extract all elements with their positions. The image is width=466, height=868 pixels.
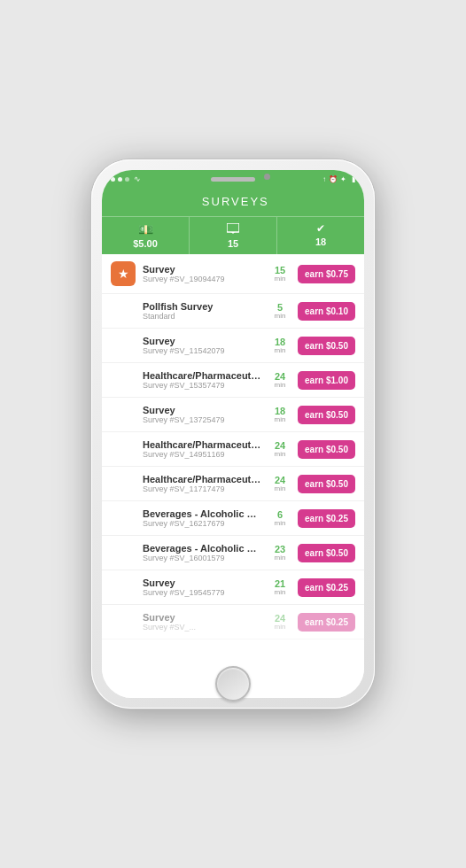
signal-dot-3 — [125, 177, 129, 182]
survey-info: Survey Survey #SV_19545779 — [143, 577, 262, 597]
minutes-label: min — [269, 347, 291, 354]
earn-button[interactable]: earn $0.25 — [298, 509, 355, 528]
survey-info: Beverages - Alcoholic Survey Survey #SV_… — [143, 543, 262, 562]
earn-button[interactable]: earn $0.75 — [298, 265, 355, 283]
survey-minutes: 18 min — [269, 337, 291, 354]
minutes-label: min — [269, 382, 291, 389]
survey-info: Survey Survey #SV_11542079 — [143, 336, 262, 355]
survey-item: Survey Survey #SV_13725479 18 min earn $… — [102, 398, 364, 432]
minutes-value: 15 — [269, 266, 291, 275]
home-button[interactable] — [215, 666, 251, 701]
earn-button[interactable]: earn $1.00 — [298, 371, 355, 390]
minutes-label: min — [269, 624, 291, 631]
minutes-label: min — [269, 451, 291, 458]
survey-title: Healthcare/Pharmaceuticals Survey — [143, 439, 262, 450]
svg-marker-1 — [231, 232, 235, 234]
survey-id: Survey #SV_11542079 — [143, 346, 262, 355]
survey-minutes: 5 min — [269, 303, 291, 320]
minutes-label: min — [269, 520, 291, 527]
survey-item: Beverages - Alcoholic Survey Survey #SV_… — [102, 536, 364, 570]
survey-title: Healthcare/Pharmaceuticals Survey — [143, 370, 262, 381]
minutes-label: min — [269, 589, 291, 596]
minutes-value: 5 — [269, 303, 291, 313]
bluetooth-icon: ✦ — [340, 175, 346, 183]
survey-id: Survey #SV_14951169 — [143, 450, 262, 459]
surveys-icon — [227, 222, 239, 236]
minutes-value: 24 — [269, 372, 291, 382]
alarm-icon: ⏰ — [329, 175, 338, 183]
survey-title: Survey — [143, 264, 262, 275]
survey-item: Beverages - Alcoholic Survey Survey #SV_… — [102, 501, 364, 536]
survey-title: Beverages - Alcoholic Survey — [143, 508, 262, 519]
minutes-value: 21 — [269, 579, 291, 589]
survey-info: Beverages - Alcoholic Survey Survey #SV_… — [143, 508, 262, 528]
minutes-value: 23 — [269, 545, 291, 554]
signal-dot-2 — [118, 177, 122, 182]
survey-id: Survey #SV_15357479 — [143, 381, 262, 390]
survey-title: Beverages - Alcoholic Survey — [143, 543, 262, 554]
survey-item: Healthcare/Pharmaceuticals Survey Survey… — [102, 363, 364, 398]
survey-item: Healthcare/Pharmaceuticals Survey Survey… — [102, 467, 364, 501]
surveys-available: 15 — [228, 238, 238, 249]
survey-id: Survey #SV_19094479 — [143, 275, 262, 283]
earn-button[interactable]: earn $0.50 — [298, 475, 355, 493]
minutes-value: 18 — [269, 337, 291, 347]
status-right: ↑ ⏰ ✦ ▮ — [322, 175, 355, 183]
featured-star-icon: ★ — [111, 261, 136, 286]
survey-minutes: 21 min — [269, 579, 291, 596]
earn-button[interactable]: earn $0.50 — [298, 337, 355, 355]
earn-button[interactable]: earn $0.25 — [298, 613, 355, 632]
phone-camera — [264, 174, 270, 180]
survey-minutes: 15 min — [269, 266, 291, 283]
battery-icon: ▮ — [352, 175, 355, 183]
survey-info: Healthcare/Pharmaceuticals Survey Survey… — [143, 439, 262, 459]
earn-button[interactable]: earn $0.50 — [298, 544, 355, 562]
stats-bar: 💵 $5.00 15 ✔ 18 — [102, 216, 364, 254]
survey-id: Survey #SV_11717479 — [143, 484, 262, 493]
survey-minutes: 23 min — [269, 545, 291, 562]
survey-info: Healthcare/Pharmaceuticals Survey Survey… — [143, 474, 262, 493]
survey-title: Healthcare/Pharmaceuticals Survey — [143, 474, 262, 484]
survey-title: Pollfish Survey — [143, 301, 262, 312]
survey-minutes: 24 min — [269, 372, 291, 389]
survey-id: Survey #SV_13725479 — [143, 415, 262, 424]
survey-title: Survey — [143, 577, 262, 588]
minutes-value: 6 — [269, 510, 291, 520]
minutes-label: min — [269, 554, 291, 562]
minutes-label: min — [269, 275, 291, 283]
earn-button[interactable]: earn $0.50 — [298, 406, 355, 424]
stat-balance: 💵 $5.00 — [102, 217, 190, 254]
survey-list: ★ Survey Survey #SV_19094479 15 min earn… — [102, 254, 364, 698]
survey-id: Survey #SV_16217679 — [143, 519, 262, 528]
survey-id: Survey #SV_16001579 — [143, 554, 262, 562]
survey-id: Standard — [143, 312, 262, 321]
earn-button[interactable]: earn $0.25 — [298, 578, 355, 597]
survey-info: Survey Survey #SV_19094479 — [143, 264, 262, 283]
earn-button[interactable]: earn $0.10 — [298, 302, 355, 321]
app-title: ​ SURVEYS — [197, 193, 269, 209]
survey-info: Survey Survey #SV_... — [143, 612, 262, 632]
minutes-label: min — [269, 313, 291, 320]
survey-item: Pollfish Survey Standard 5 min earn $0.1… — [102, 294, 364, 329]
minutes-value: 24 — [269, 614, 291, 624]
svg-rect-0 — [227, 223, 239, 232]
survey-minutes: 24 min — [269, 476, 291, 492]
signal-area: ∿ — [111, 174, 141, 183]
survey-item: Survey Survey #SV_... 24 min earn $0.25 — [102, 605, 364, 639]
wifi-icon: ∿ — [134, 174, 141, 183]
survey-minutes: 6 min — [269, 510, 291, 527]
survey-title: Survey — [143, 405, 262, 415]
earn-button[interactable]: earn $0.50 — [298, 440, 355, 459]
completed-icon: ✔ — [316, 222, 325, 235]
balance-value: $5.00 — [133, 238, 158, 249]
minutes-value: 24 — [269, 441, 291, 451]
app-name: SURVEYS — [197, 195, 269, 208]
phone-frame: ∿ ↑ ⏰ ✦ ▮ ​ SURVEYS 💵 $5.00 — [91, 159, 375, 709]
survey-id: Survey #SV_... — [143, 623, 262, 632]
stat-surveys-count: 15 — [190, 217, 277, 254]
survey-title: Survey — [143, 336, 262, 346]
survey-minutes: 24 min — [269, 441, 291, 458]
survey-item: Healthcare/Pharmaceuticals Survey Survey… — [102, 432, 364, 467]
survey-info: Survey Survey #SV_13725479 — [143, 405, 262, 424]
signal-arrow-icon: ↑ — [322, 175, 326, 183]
